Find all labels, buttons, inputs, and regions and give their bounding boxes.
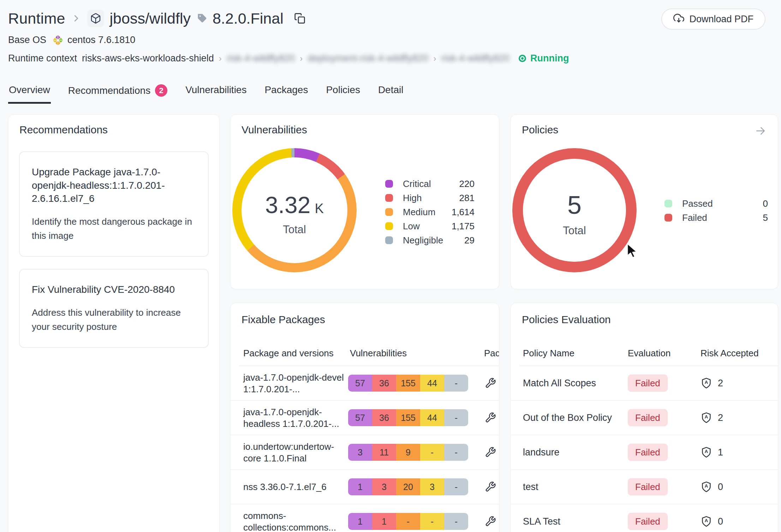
legend-swatch-low bbox=[385, 222, 393, 230]
arrow-right-icon[interactable] bbox=[752, 124, 769, 138]
legend-label: Critical bbox=[403, 179, 431, 189]
status-label: Running bbox=[530, 53, 569, 64]
package-name: nss 3.36.0-7.1.el7_6 bbox=[243, 481, 346, 493]
column-clipped: Pac bbox=[484, 348, 499, 359]
risk-accepted-count: 2 bbox=[718, 378, 723, 389]
severity-chip: - bbox=[444, 513, 468, 530]
column-risk-accepted: Risk Accepted bbox=[700, 348, 759, 359]
risk-accepted-shield-icon: A bbox=[700, 411, 712, 424]
risk-accepted-shield-icon: A bbox=[700, 446, 712, 459]
policies-donut-chart: 5 Total bbox=[512, 148, 637, 272]
runtime-image-page: Runtime jboss/wildfly 8.2.0.Final Downlo… bbox=[0, 0, 781, 532]
table-row: SLA TestFailedA0 bbox=[511, 504, 778, 532]
severity-chip: 155 bbox=[396, 409, 420, 426]
vulnerability-count-chips: 13203- bbox=[348, 478, 468, 495]
tab-packages[interactable]: Packages bbox=[264, 84, 309, 104]
image-name: jboss/wildfly bbox=[110, 10, 191, 27]
severity-chip: 1 bbox=[348, 513, 372, 530]
legend-row: High281 bbox=[385, 191, 475, 205]
policies-evaluation-card: Policies Evaluation Policy Name Evaluati… bbox=[511, 303, 778, 532]
legend-row: Medium1,614 bbox=[385, 205, 475, 219]
severity-chip: 36 bbox=[372, 375, 396, 392]
recommendation-item-title: Fix Vulnerability CVE-2020-8840 bbox=[32, 283, 196, 296]
tab-recommendations[interactable]: Recommendations2 bbox=[67, 84, 168, 105]
tag-icon bbox=[197, 13, 208, 24]
severity-chip: 36 bbox=[372, 409, 396, 426]
fixable-packages-table-body: java-1.7.0-openjdk-devel 1:1.7.0.201-...… bbox=[231, 366, 499, 532]
evaluation-status-badge: Failed bbox=[628, 409, 668, 427]
policies-card-title: Policies bbox=[522, 124, 558, 136]
risk-accepted-cell: A0 bbox=[700, 480, 723, 493]
fixable-packages-table-header: Package and versions Vulnerabilities Pac bbox=[231, 348, 499, 361]
legend-row: Passed0 bbox=[664, 197, 768, 211]
column-vulnerabilities: Vulnerabilities bbox=[350, 348, 407, 359]
legend-swatch-negligible bbox=[385, 236, 393, 244]
wrench-icon[interactable] bbox=[485, 412, 496, 423]
severity-chip: 44 bbox=[420, 375, 444, 392]
tab-overview[interactable]: Overview bbox=[8, 84, 51, 104]
evaluation-status-badge: Failed bbox=[628, 478, 668, 496]
wrench-icon[interactable] bbox=[485, 481, 496, 492]
svg-text:A: A bbox=[705, 449, 708, 454]
evaluation-status-badge: Failed bbox=[628, 375, 668, 392]
download-pdf-button[interactable]: Download PDF bbox=[661, 8, 765, 30]
table-row: commons-collections:commons...11--- bbox=[231, 504, 499, 532]
recommendation-item[interactable]: Upgrade Package java-1.7.0-openjdk-headl… bbox=[19, 151, 209, 257]
recommendation-item[interactable]: Fix Vulnerability CVE-2020-8840Address t… bbox=[19, 269, 209, 348]
wrench-icon[interactable] bbox=[485, 447, 496, 458]
legend-swatch-passed bbox=[664, 200, 672, 207]
severity-chip: 155 bbox=[396, 375, 420, 392]
base-os-label: Base OS bbox=[8, 35, 46, 46]
legend-label: Passed bbox=[682, 198, 713, 209]
wrench-icon[interactable] bbox=[485, 377, 496, 389]
severity-chip: 3 bbox=[372, 478, 396, 495]
tab-policies[interactable]: Policies bbox=[325, 84, 360, 104]
package-name: commons-collections:commons... bbox=[243, 510, 346, 532]
legend-label: Failed bbox=[682, 212, 707, 223]
legend-row: Low1,175 bbox=[385, 219, 475, 233]
package-name: io.undertow:undertow-core 1.1.0.Final bbox=[243, 441, 346, 464]
severity-chip: - bbox=[420, 513, 444, 530]
tab-label: Packages bbox=[264, 84, 308, 96]
copy-icon[interactable] bbox=[294, 12, 305, 24]
risk-accepted-cell: A1 bbox=[700, 446, 723, 459]
table-row: nss 3.36.0-7.1.el7_613203- bbox=[231, 470, 499, 504]
table-row: testFailedA0 bbox=[511, 470, 778, 504]
severity-chip: - bbox=[396, 513, 420, 530]
table-row: Out of the Box PolicyFailedA2 bbox=[511, 401, 778, 435]
runtime-context-row: Runtime context risks-aws-eks-workloads-… bbox=[8, 53, 569, 64]
policy-name: landsure bbox=[523, 447, 560, 458]
wrench-icon[interactable] bbox=[485, 516, 496, 527]
recommendation-item-description: Address this vulnerability to increase y… bbox=[32, 306, 196, 334]
policies-card: Policies 5 Total Passed0Failed5 bbox=[511, 114, 778, 289]
vulnerabilities-total-unit: K bbox=[315, 201, 324, 216]
severity-chip: 3 bbox=[420, 478, 444, 495]
download-pdf-label: Download PDF bbox=[689, 14, 753, 25]
vulnerabilities-total-value: 3.32 bbox=[265, 192, 310, 218]
legend-label: Low bbox=[403, 221, 420, 232]
cloud-download-icon bbox=[673, 14, 684, 25]
runtime-crumb-blurred: risk-4-wildfly820 bbox=[441, 53, 509, 64]
package-name: java-1.7.0-openjdk-devel 1:1.7.0.201-... bbox=[243, 372, 346, 395]
tab-vulnerabilities[interactable]: Vulnerabilities bbox=[185, 84, 247, 104]
legend-swatch-high bbox=[385, 194, 393, 202]
column-package-and-versions: Package and versions bbox=[243, 348, 334, 359]
risk-accepted-count: 0 bbox=[718, 516, 723, 527]
runtime-crumb-blurred: risk-4-wildfly820 bbox=[227, 53, 295, 64]
severity-chip: 1 bbox=[372, 513, 396, 530]
table-row: io.undertow:undertow-core 1.1.0.Final311… bbox=[231, 435, 499, 470]
risk-accepted-shield-icon: A bbox=[700, 377, 712, 389]
package-name: java-1.7.0-openjdk-headless 1:1.7.0.201-… bbox=[243, 406, 346, 429]
breadcrumb-root[interactable]: Runtime bbox=[8, 10, 65, 27]
severity-chip: 9 bbox=[396, 444, 420, 461]
evaluation-status-badge: Failed bbox=[628, 513, 668, 530]
svg-text:A: A bbox=[705, 483, 708, 489]
svg-text:A: A bbox=[705, 518, 708, 523]
base-os-value: centos 7.6.1810 bbox=[67, 35, 135, 46]
image-cube-icon bbox=[87, 10, 104, 27]
risk-accepted-count: 1 bbox=[718, 447, 723, 458]
tab-detail[interactable]: Detail bbox=[377, 84, 404, 104]
tab-label: Vulnerabilities bbox=[185, 84, 246, 96]
svg-text:A: A bbox=[705, 380, 708, 385]
vulnerability-count-chips: 11--- bbox=[348, 513, 468, 530]
